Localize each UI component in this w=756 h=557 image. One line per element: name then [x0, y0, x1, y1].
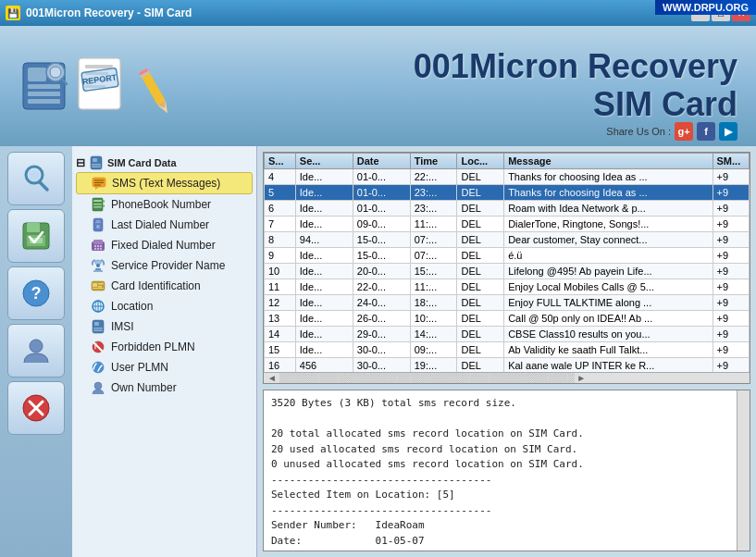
sidebar-item-service-provider[interactable]: Service Provider Name: [76, 255, 253, 276]
svg-rect-62: [93, 270, 103, 272]
table-cell: é.ü: [504, 248, 713, 264]
table-row[interactable]: 10Ide...20-0...15:...DELLifelong @495! A…: [265, 264, 750, 279]
table-cell: 30-0...: [353, 342, 410, 358]
table-row[interactable]: 11Ide...22-0...11:...DELEnjoy Local Mobi…: [265, 279, 750, 295]
table-cell: Roam with Idea Network & p...: [504, 201, 713, 217]
table-cell: Ide...: [295, 264, 353, 279]
user-button[interactable]: [7, 324, 65, 378]
last-dialed-tree-icon: [91, 217, 105, 232]
tree-expand-icon: ⊟: [76, 156, 85, 169]
sidebar-item-forbidden-plmn[interactable]: Forbidden PLMN: [76, 337, 253, 357]
table-cell: Call @ 50p only on IDEA!! Ab ...: [504, 311, 713, 327]
svg-rect-1: [28, 68, 46, 81]
tree-items-container: SMS (Text Messages) PhoneBook Number Las…: [76, 172, 253, 398]
svg-rect-65: [93, 283, 97, 287]
close-button[interactable]: [7, 381, 65, 435]
svg-rect-52: [95, 222, 101, 223]
table-cell: 23:...: [410, 185, 457, 201]
table-cell: DEL: [457, 295, 504, 311]
svg-rect-36: [92, 164, 101, 166]
sidebar-item-label-last-dialed: Last Dialed Number: [111, 218, 209, 231]
table-cell: 15:...: [410, 264, 457, 279]
table-cell: 14: [265, 327, 296, 342]
table-cell: 22:...: [410, 169, 457, 185]
table-cell: DEL: [457, 248, 504, 264]
table-cell: 26-0...: [353, 311, 410, 327]
table-row[interactable]: 13Ide...26-0...10:...DELCall @ 50p only …: [265, 311, 750, 327]
window-title: 001Micron Recovery - SIM Card: [26, 6, 192, 19]
table-cell: 10: [265, 264, 296, 279]
service-provider-tree-icon: [91, 258, 105, 273]
sidebar-item-card-id[interactable]: Card Identification: [76, 276, 253, 296]
table-cell: DEL: [457, 232, 504, 248]
google-plus-share-button[interactable]: g+: [675, 122, 693, 141]
share-arrow-button[interactable]: ▶: [719, 122, 737, 141]
table-cell: DEL: [457, 185, 504, 201]
svg-point-63: [96, 264, 100, 267]
svg-rect-66: [98, 283, 104, 285]
table-cell: +9: [713, 342, 749, 358]
table-cell: Ide...: [295, 342, 353, 358]
facebook-share-button[interactable]: f: [697, 122, 715, 141]
table-row[interactable]: 6Ide...01-0...23:...DELRoam with Idea Ne…: [265, 201, 750, 217]
table-scroll[interactable]: S...Se...DateTimeLoc...MessageSM... 4Ide…: [264, 153, 750, 372]
watermark: WWW.DRPU.ORG: [655, 0, 756, 15]
help-button[interactable]: ?: [7, 266, 65, 320]
table-row[interactable]: 9Ide...15-0...07:...DELé.ü+9: [265, 248, 750, 264]
svg-rect-3: [28, 92, 60, 96]
sidebar-item-own-number[interactable]: Own Number: [76, 378, 253, 398]
report-icon: REPORT: [71, 54, 131, 118]
table-row[interactable]: 4Ide...01-0...22:...DELThanks for choosi…: [265, 169, 750, 185]
table-cell: +9: [713, 169, 749, 185]
table-cell: DEL: [457, 279, 504, 295]
svg-rect-44: [93, 200, 102, 202]
table-cell: 09:...: [410, 342, 457, 358]
app-icon: 💾: [6, 6, 20, 20]
info-scrollbar[interactable]: [737, 390, 750, 551]
table-row[interactable]: 5Ide...01-0...23:...DELThanks for choosi…: [265, 185, 750, 201]
share-bar: Share Us On : g+ f ▶: [606, 122, 737, 141]
table-cell: +9: [713, 232, 749, 248]
table-cell: Thanks for choosing Idea as ...: [504, 169, 713, 185]
table-row[interactable]: 1645630-0...19:...DELKal aane wale UP IN…: [265, 358, 750, 373]
pencil-icon: [131, 63, 178, 118]
table-cell: 13: [265, 311, 296, 327]
svg-rect-25: [27, 223, 40, 232]
svg-point-50: [96, 225, 100, 229]
table-header-date: Date: [353, 154, 410, 169]
table-cell: 9: [265, 248, 296, 264]
table-header-message: Message: [504, 154, 713, 169]
table-cell: Dear customer, Stay connect...: [504, 232, 713, 248]
sidebar-item-label-sms: SMS (Text Messages): [112, 177, 220, 190]
open-button[interactable]: [7, 152, 65, 205]
table-cell: DEL: [457, 169, 504, 185]
sidebar-item-user-plmn[interactable]: User PLMN: [76, 357, 253, 378]
sidebar-item-imsi[interactable]: IMSI: [76, 316, 253, 337]
app-title-line2: SIM Card: [414, 85, 737, 124]
sidebar-item-fixed-dialed[interactable]: Fixed Dialed Number: [76, 235, 253, 255]
table-cell: Ide...: [295, 248, 353, 264]
sidebar-item-label-phonebook: PhoneBook Number: [111, 198, 211, 211]
svg-point-6: [50, 67, 61, 78]
svg-rect-75: [93, 328, 103, 329]
table-cell: 11: [265, 279, 296, 295]
table-cell: Ab Validity ke saath Full Talkt...: [504, 342, 713, 358]
sidebar-item-label-own-number: Own Number: [111, 381, 177, 394]
save-button[interactable]: [7, 209, 65, 263]
table-cell: 07:...: [410, 248, 457, 264]
table-row[interactable]: 14Ide...29-0...14:...DELCBSE Class10 res…: [265, 327, 750, 342]
table-row[interactable]: 894...15-0...07:...DELDear customer, Sta…: [265, 232, 750, 248]
sidebar-item-phonebook[interactable]: PhoneBook Number: [76, 194, 253, 215]
table-cell: 23:...: [410, 201, 457, 217]
table-cell: 09-0...: [353, 217, 410, 232]
sidebar-item-last-dialed[interactable]: Last Dialed Number: [76, 215, 253, 235]
sidebar-item-sms[interactable]: SMS (Text Messages): [76, 172, 253, 194]
table-header-time: Time: [410, 154, 457, 169]
table-row[interactable]: 15Ide...30-0...09:...DELAb Validity ke s…: [265, 342, 750, 358]
sidebar-item-location[interactable]: Location: [76, 296, 253, 316]
svg-point-30: [30, 340, 43, 353]
table-horizontal-scrollbar[interactable]: ◄ ░░░░░░░░░░░░░░░░░░░░░░░░░░░░░░░░░░░░░░…: [264, 372, 750, 383]
table-row[interactable]: 12Ide...24-0...18:...DELEnjoy FULL TALKT…: [265, 295, 750, 311]
svg-rect-37: [92, 167, 101, 168]
table-row[interactable]: 7Ide...09-0...11:...DELDialerTone, Ringt…: [265, 217, 750, 232]
